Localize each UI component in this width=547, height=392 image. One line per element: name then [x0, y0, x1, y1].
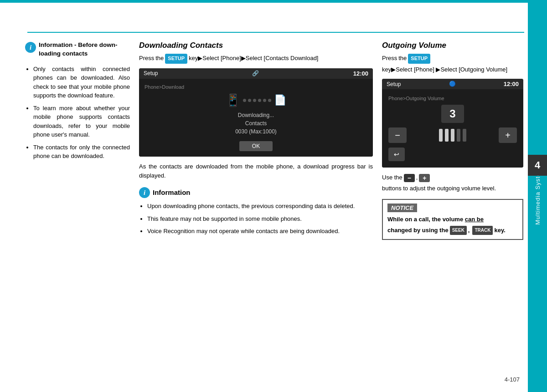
press-word-2: Press — [382, 54, 397, 63]
dot — [263, 99, 266, 102]
minus-key-icon: − — [404, 174, 415, 182]
dots-row — [243, 99, 271, 102]
outgoing-screen-subheader: Phone>Outgoing Volume — [388, 96, 444, 101]
key-suffix-2: key▶Select [Phone] ▶Select [Outgoing Vol… — [382, 65, 507, 75]
use-word: Use the — [382, 173, 403, 183]
information-title: Information — [153, 188, 191, 196]
volume-bars — [410, 129, 495, 142]
left-bullet-list: Only contacts within connected phones ca… — [25, 65, 130, 161]
outgoing-screen-time: 12:00 — [504, 81, 519, 87]
screen-header: Setup 🔗 12:00 — [139, 68, 373, 79]
top-bar — [0, 0, 547, 3]
ok-button[interactable]: OK — [239, 141, 273, 151]
phone-icon: 📱 — [226, 93, 240, 107]
downloading-text: Downloading... Contacts 0030 (Max:1000) — [235, 111, 277, 136]
seek-key-badge: SEEK — [450, 226, 467, 235]
left-column: i Information - Before down-loading cont… — [25, 36, 130, 374]
volume-number: 3 — [441, 105, 464, 123]
comma: , — [416, 173, 418, 183]
downloading-screen: Setup 🔗 12:00 Phone>Download 📱 — [139, 68, 373, 157]
outgoing-volume-heading: Outgoing Volume — [382, 41, 523, 50]
screen-body: Phone>Download 📱 📄 — [139, 79, 373, 157]
sidebar-label: Multimedia System — [534, 167, 541, 225]
plus-key-icon: + — [419, 174, 430, 182]
top-divider — [27, 32, 524, 33]
info-box-before-download: i Information - Before down-loading cont… — [25, 41, 130, 58]
vol-bar — [457, 129, 460, 142]
outgoing-screen-header: Setup 🔵 12:00 — [382, 79, 523, 89]
dot — [243, 99, 246, 102]
notice-header: NOTICE — [387, 204, 417, 212]
dot — [268, 99, 271, 102]
vol-bar — [445, 129, 449, 142]
vol-bar — [451, 129, 454, 142]
phone-doc-icons: 📱 📄 — [226, 93, 286, 107]
key-suffix: key▶Select [Phone]▶Select [Contacts Down… — [189, 54, 318, 63]
download-area: 📱 📄 Downloading... Conta — [144, 93, 367, 151]
use-text2: buttons to adjust the outgoing volume le… — [382, 184, 496, 193]
outgoing-screen-icon: 🔵 — [449, 81, 456, 87]
list-item: Only contacts within connected phones ca… — [33, 65, 130, 100]
press-word: Press — [139, 54, 154, 63]
the-word-2: the — [398, 54, 407, 63]
main-content: i Information - Before down-loading cont… — [25, 36, 523, 374]
setup-key-badge: SETUP — [165, 54, 187, 64]
vol-bar — [463, 129, 466, 142]
screen-time: 12:00 — [353, 70, 368, 77]
outgoing-volume-screen: Setup 🔵 12:00 Phone>Outgoing Volume 3 − — [382, 79, 523, 168]
volume-screen-body: Phone>Outgoing Volume 3 − + ↩ — [382, 89, 523, 168]
info-icon: i — [25, 42, 36, 53]
info-section: i Information Upon downloading phone con… — [139, 186, 373, 236]
setup-key-badge-2: SETUP — [408, 54, 430, 64]
screen-subheader: Phone>Download — [144, 84, 184, 90]
volume-minus-button[interactable]: − — [388, 127, 407, 143]
volume-controls: − + — [388, 127, 517, 143]
the-word: the — [155, 54, 164, 63]
info-icon-2: i — [139, 187, 150, 198]
outgoing-screen-title: Setup — [387, 81, 401, 87]
notice-text: While on a call, the volume can be chang… — [387, 215, 518, 235]
info-box-title: Information - Before down-loading contac… — [39, 41, 130, 58]
as-contacts-text: As the contacts are downloaded from the … — [139, 162, 373, 181]
chapter-number: 4 — [528, 155, 547, 176]
use-buttons-text: Use the − , + buttons to adjust the outg… — [382, 173, 523, 193]
right-sidebar: Multimedia System — [528, 0, 547, 392]
volume-plus-button[interactable]: + — [499, 127, 517, 143]
notice-box: NOTICE While on a call, the volume can b… — [382, 199, 523, 240]
list-item: Upon downloading phone contacts, the pre… — [147, 202, 373, 211]
dot — [258, 99, 261, 102]
outgoing-press-instruction: Press the SETUP key▶Select [Phone] ▶Sele… — [382, 54, 523, 74]
dot — [248, 99, 251, 102]
info-bullet-list: Upon downloading phone contacts, the pre… — [139, 202, 373, 236]
list-item: This feature may not be supported in som… — [147, 214, 373, 224]
dot — [253, 99, 256, 102]
list-item: Voice Recognition may not operate while … — [147, 227, 373, 236]
doc-icon: 📄 — [274, 94, 286, 106]
right-column: Outgoing Volume Press the SETUP key▶Sele… — [382, 36, 523, 374]
back-button[interactable]: ↩ — [388, 148, 405, 161]
downloading-contacts-heading: Downloading Contacts — [139, 41, 373, 50]
track-key-badge: TRACK — [472, 226, 493, 235]
vol-bar — [439, 129, 443, 142]
list-item: The contacts for only the connected phon… — [33, 143, 130, 161]
screen-icon: 🔗 — [252, 70, 259, 77]
notice-line1: While on a call, the volume can be — [387, 215, 484, 224]
middle-column: Downloading Contacts Press the SETUP key… — [139, 36, 373, 374]
page-number: 4-107 — [505, 376, 520, 383]
info-section-header: i Information — [139, 186, 373, 198]
screen-title: Setup — [144, 70, 158, 76]
downloading-press-instruction: Press the SETUP key▶Select [Phone]▶Selec… — [139, 54, 373, 64]
list-item: To learn more about whether your mobile … — [33, 104, 130, 139]
